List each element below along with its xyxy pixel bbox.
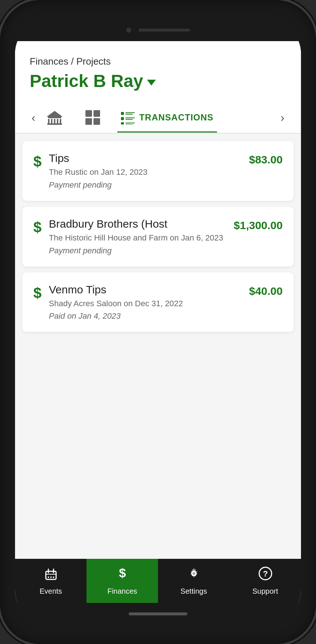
transaction-venue-2: The Historic Hill House and Farm on Jan … bbox=[49, 232, 226, 244]
nav-item-events[interactable]: Events bbox=[15, 559, 87, 603]
svg-rect-17 bbox=[125, 119, 133, 120]
phone-inner: Finances / Projects Patrick B Ray ‹ bbox=[15, 19, 301, 625]
svg-rect-15 bbox=[121, 117, 124, 120]
transactions-list-container: $ Tips The Rustic on Jan 12, 2023 Paymen… bbox=[15, 134, 301, 559]
grid-icon bbox=[85, 109, 101, 126]
tab-right-arrow[interactable]: › bbox=[275, 104, 290, 132]
dollar-icon-1: $ bbox=[33, 153, 41, 170]
phone-top-bar bbox=[15, 19, 301, 41]
svg-rect-11 bbox=[93, 118, 100, 125]
app-header: Finances / Projects Patrick B Ray bbox=[15, 41, 301, 102]
svg-text:?: ? bbox=[263, 569, 268, 578]
transaction-status-3: Paid on Jan 4, 2023 bbox=[49, 311, 242, 321]
bottom-nav: Events $ Finances bbox=[15, 559, 301, 603]
svg-rect-12 bbox=[121, 112, 124, 115]
svg-rect-0 bbox=[48, 117, 61, 118]
transaction-card[interactable]: $ Tips The Rustic on Jan 12, 2023 Paymen… bbox=[22, 141, 294, 201]
transaction-info-3: Venmo Tips Shady Acres Saloon on Dec 31,… bbox=[49, 283, 242, 321]
camera-dot bbox=[126, 28, 131, 33]
settings-icon bbox=[187, 566, 201, 584]
finances-icon: $ bbox=[115, 566, 130, 584]
nav-label-settings: Settings bbox=[180, 587, 207, 596]
transactions-tab-label: TRANSACTIONS bbox=[139, 112, 214, 123]
tab-bank[interactable] bbox=[41, 102, 68, 133]
transaction-info-2: Bradbury Brothers (Host The Historic Hil… bbox=[49, 218, 226, 256]
svg-rect-21 bbox=[46, 571, 56, 579]
nav-label-finances: Finances bbox=[107, 587, 137, 596]
bank-icon bbox=[47, 109, 63, 126]
svg-rect-9 bbox=[93, 110, 100, 117]
project-name[interactable]: Patrick B Ray bbox=[30, 71, 143, 91]
home-indicator[interactable] bbox=[129, 612, 187, 615]
svg-rect-4 bbox=[57, 119, 58, 123]
list-icon bbox=[121, 111, 135, 124]
svg-rect-14 bbox=[125, 114, 133, 115]
svg-rect-16 bbox=[125, 117, 135, 118]
transaction-amount-2: $1,300.00 bbox=[234, 219, 283, 232]
transaction-card[interactable]: $ Venmo Tips Shady Acres Saloon on Dec 3… bbox=[22, 272, 294, 332]
tab-grid[interactable] bbox=[79, 102, 106, 133]
svg-rect-1 bbox=[48, 119, 49, 123]
nav-item-finances[interactable]: $ Finances bbox=[87, 559, 158, 603]
svg-rect-8 bbox=[85, 110, 92, 117]
dollar-icon-2: $ bbox=[33, 219, 41, 236]
svg-point-26 bbox=[50, 576, 52, 578]
tabs-container: TRANSACTIONS bbox=[41, 102, 275, 133]
transactions-list: $ Tips The Rustic on Jan 12, 2023 Paymen… bbox=[15, 134, 301, 339]
phone-frame: Finances / Projects Patrick B Ray ‹ bbox=[0, 0, 316, 644]
transaction-status-1: Payment pending bbox=[49, 180, 242, 190]
transaction-status-2: Payment pending bbox=[49, 246, 226, 256]
svg-rect-5 bbox=[60, 119, 61, 123]
svg-text:$: $ bbox=[119, 566, 126, 580]
svg-rect-2 bbox=[51, 119, 52, 123]
screen: Finances / Projects Patrick B Ray ‹ bbox=[15, 41, 301, 603]
svg-rect-13 bbox=[125, 112, 135, 113]
svg-rect-6 bbox=[47, 123, 62, 125]
transaction-amount-1: $83.00 bbox=[249, 153, 283, 166]
svg-point-27 bbox=[53, 576, 54, 578]
transaction-venue-1: The Rustic on Jan 12, 2023 bbox=[49, 167, 242, 178]
transaction-card[interactable]: $ Bradbury Brothers (Host The Historic H… bbox=[22, 207, 294, 267]
speaker-bar bbox=[139, 29, 190, 32]
tab-transactions[interactable]: TRANSACTIONS bbox=[117, 103, 217, 132]
transaction-venue-3: Shady Acres Saloon on Dec 31, 2022 bbox=[49, 298, 242, 310]
nav-item-support[interactable]: ? Support bbox=[229, 559, 301, 603]
svg-marker-7 bbox=[47, 111, 63, 117]
support-icon: ? bbox=[258, 566, 273, 584]
svg-rect-3 bbox=[54, 119, 55, 123]
transaction-title-1: Tips bbox=[49, 152, 242, 164]
svg-rect-10 bbox=[85, 118, 92, 125]
nav-item-settings[interactable]: Settings bbox=[158, 559, 229, 603]
transaction-amount-3: $40.00 bbox=[249, 285, 283, 297]
tab-left-arrow[interactable]: ‹ bbox=[26, 104, 41, 132]
tab-bar: ‹ bbox=[15, 102, 301, 134]
svg-rect-18 bbox=[121, 122, 124, 124]
events-icon bbox=[44, 566, 58, 584]
transaction-info-1: Tips The Rustic on Jan 12, 2023 Payment … bbox=[49, 152, 242, 190]
svg-rect-19 bbox=[125, 123, 135, 123]
dropdown-arrow-icon[interactable] bbox=[147, 80, 156, 86]
breadcrumb: Finances / Projects bbox=[30, 56, 286, 67]
transaction-title-3: Venmo Tips bbox=[49, 283, 242, 296]
dollar-icon-3: $ bbox=[33, 285, 41, 301]
nav-label-support: Support bbox=[252, 587, 278, 596]
svg-point-25 bbox=[48, 576, 49, 578]
phone-bottom-bar bbox=[15, 603, 301, 625]
project-selector[interactable]: Patrick B Ray bbox=[30, 71, 286, 91]
svg-rect-20 bbox=[125, 124, 133, 124]
transaction-title-2: Bradbury Brothers (Host bbox=[49, 218, 226, 230]
nav-label-events: Events bbox=[40, 587, 62, 596]
